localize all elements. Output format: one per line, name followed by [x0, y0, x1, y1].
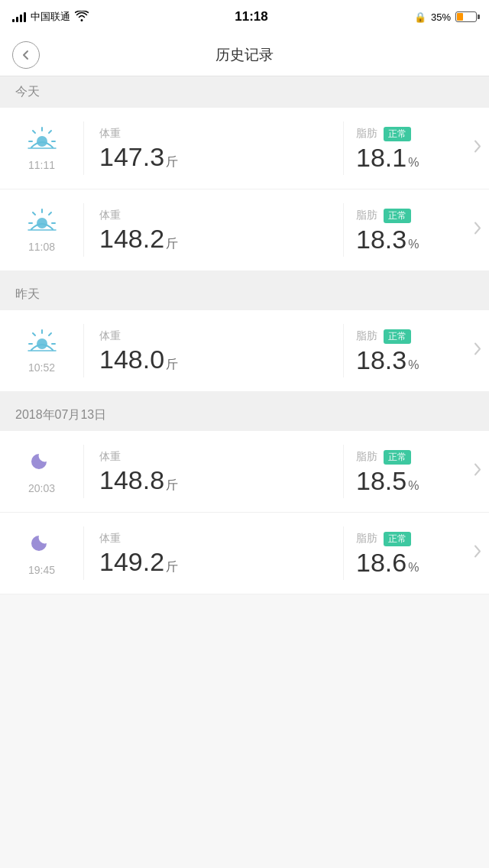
fat-value: 18.6 — [356, 549, 406, 575]
section-header-july13: 2018年07月13日 — [0, 400, 489, 431]
fat-value: 18.1 — [356, 144, 406, 170]
svg-line-3 — [33, 131, 35, 133]
table-row[interactable]: 10:52体重148.0斤脂肪正常18.3% — [0, 310, 489, 392]
fat-value: 18.3 — [356, 347, 406, 373]
record-time-col: 19:45 — [0, 526, 84, 580]
fat-unit: % — [408, 479, 419, 493]
weight-value-row: 148.0斤 — [99, 346, 328, 373]
battery-icon — [455, 11, 477, 22]
weight-label: 体重 — [99, 209, 328, 222]
moon-icon — [30, 531, 54, 561]
table-row[interactable]: 11:08体重148.2斤脂肪正常18.3% — [0, 189, 489, 271]
fat-status-badge: 正常 — [384, 209, 411, 223]
fat-unit: % — [408, 561, 419, 575]
back-button[interactable] — [12, 41, 40, 69]
nav-bar: 历史记录 — [0, 34, 489, 76]
battery-percent: 35% — [431, 11, 451, 23]
weight-value: 148.2 — [99, 225, 164, 251]
status-left: 中国联通 — [12, 10, 89, 24]
svg-line-16 — [49, 333, 51, 335]
fat-value-row: 18.3% — [356, 347, 477, 373]
table-row[interactable]: 11:11体重147.3斤脂肪正常18.1% — [0, 108, 489, 189]
page-title: 历史记录 — [215, 45, 274, 65]
svg-line-10 — [33, 212, 35, 215]
record-time: 10:52 — [28, 361, 55, 374]
record-time: 11:08 — [28, 241, 55, 253]
record-weight-col: 体重148.2斤 — [84, 203, 344, 257]
weight-value: 149.2 — [99, 549, 164, 575]
fat-label-row: 脂肪正常 — [356, 209, 477, 223]
fat-status-badge: 正常 — [384, 450, 411, 465]
svg-line-9 — [49, 212, 51, 215]
fat-label: 脂肪 — [356, 127, 377, 141]
weight-unit: 斤 — [166, 154, 178, 170]
record-time: 20:03 — [28, 482, 55, 494]
chevron-right-icon — [474, 140, 481, 157]
status-time: 11:18 — [235, 9, 267, 24]
wifi-icon — [75, 11, 89, 24]
fat-label: 脂肪 — [356, 532, 377, 546]
record-time-col: 20:03 — [0, 445, 84, 498]
weight-label: 体重 — [99, 450, 328, 464]
section-spacer — [0, 271, 489, 279]
fat-label: 脂肪 — [356, 209, 377, 222]
record-weight-col: 体重149.2斤 — [84, 526, 344, 580]
weight-unit: 斤 — [166, 236, 178, 252]
record-time: 19:45 — [28, 564, 55, 576]
lock-icon: 🔒 — [414, 11, 426, 23]
record-weight-col: 体重147.3斤 — [84, 121, 344, 175]
fat-label: 脂肪 — [356, 450, 377, 464]
weight-unit: 斤 — [166, 478, 178, 494]
section-header-yesterday: 昨天 — [0, 279, 489, 310]
fat-value-row: 18.5% — [356, 468, 477, 494]
svg-line-2 — [49, 131, 51, 133]
fat-value-row: 18.6% — [356, 549, 477, 575]
record-time-col: 11:08 — [0, 203, 84, 257]
status-bar: 中国联通 11:18 🔒 35% — [0, 0, 489, 34]
status-right: 🔒 35% — [414, 11, 477, 23]
weight-unit: 斤 — [166, 559, 178, 575]
record-fat-col: 脂肪正常18.3% — [344, 203, 489, 257]
moon-icon — [30, 449, 54, 479]
record-fat-col: 脂肪正常18.5% — [344, 445, 489, 498]
weight-value-row: 147.3斤 — [99, 144, 328, 170]
weight-value-row: 148.2斤 — [99, 225, 328, 252]
section-header-today: 今天 — [0, 76, 489, 108]
fat-unit: % — [408, 156, 419, 170]
weight-label: 体重 — [99, 329, 328, 343]
fat-status-badge: 正常 — [384, 329, 411, 344]
fat-label-row: 脂肪正常 — [356, 450, 477, 465]
fat-value: 18.5 — [356, 468, 406, 494]
weight-value: 147.3 — [99, 144, 164, 170]
fat-label-row: 脂肪正常 — [356, 532, 477, 546]
chevron-right-icon — [474, 222, 481, 239]
record-time-col: 11:11 — [0, 121, 84, 175]
weight-label: 体重 — [99, 127, 328, 141]
weight-value-row: 149.2斤 — [99, 549, 328, 575]
record-time-col: 10:52 — [0, 324, 84, 377]
fat-value-row: 18.3% — [356, 226, 477, 252]
fat-unit: % — [408, 358, 419, 372]
fat-label-row: 脂肪正常 — [356, 127, 477, 141]
chevron-right-icon — [474, 463, 481, 481]
record-time: 11:11 — [28, 159, 55, 171]
record-weight-col: 体重148.0斤 — [84, 324, 344, 377]
fat-unit: % — [408, 238, 419, 251]
sunrise-icon — [28, 126, 57, 156]
fat-status-badge: 正常 — [384, 127, 411, 141]
svg-line-17 — [33, 333, 35, 335]
sunrise-icon — [28, 208, 57, 238]
weight-unit: 斤 — [166, 357, 178, 373]
sunrise-icon — [28, 329, 57, 358]
table-row[interactable]: 20:03体重148.8斤脂肪正常18.5% — [0, 431, 489, 513]
record-fat-col: 脂肪正常18.1% — [344, 121, 489, 175]
signal-bars-icon — [12, 11, 26, 22]
record-fat-col: 脂肪正常18.3% — [344, 324, 489, 377]
fat-status-badge: 正常 — [384, 532, 411, 546]
content: 今天 11:11体重147.3斤脂肪正常18.1% 11:08体重148.2斤脂… — [0, 76, 489, 594]
chevron-right-icon — [474, 342, 481, 360]
chevron-right-icon — [474, 545, 481, 562]
fat-value: 18.3 — [356, 226, 406, 252]
weight-value-row: 148.8斤 — [99, 467, 328, 494]
table-row[interactable]: 19:45体重149.2斤脂肪正常18.6% — [0, 513, 489, 594]
